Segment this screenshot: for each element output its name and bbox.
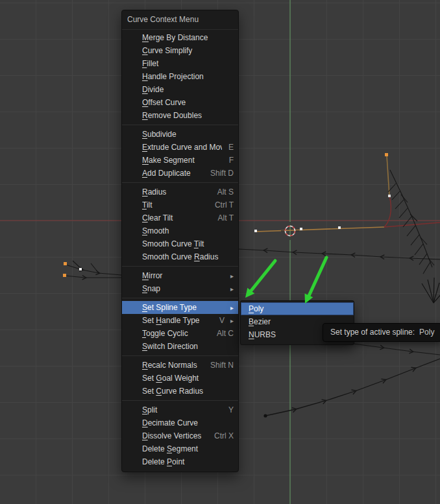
curve-upper-line — [239, 249, 440, 259]
menu-item-label: Handle Projection — [142, 72, 234, 81]
menu-item-merge-by-distance[interactable]: Merge By Distance — [122, 31, 238, 44]
menu-item-extrude-curve-and-move[interactable]: Extrude Curve and Move E — [122, 141, 238, 154]
menu-item-shortcut: Ctrl T — [215, 200, 234, 210]
tooltip: Set type of active spline:Poly — [323, 323, 440, 342]
menu-item-dissolve-vertices[interactable]: Dissolve Vertices Ctrl X — [122, 429, 238, 442]
control-point-orange[interactable] — [385, 153, 388, 156]
menu-item-clear-tilt[interactable]: Clear Tilt Alt T — [122, 211, 238, 224]
submenu-arrow-icon: ▸ — [228, 304, 234, 311]
menu-item-shortcut: Ctrl X — [214, 431, 234, 440]
menu-item-split[interactable]: Split Y — [122, 403, 238, 416]
menu-item-set-goal-weight[interactable]: Set Goal Weight — [122, 372, 238, 385]
menu-item-label: Dissolve Vertices — [142, 431, 208, 440]
menu-item-label: Smooth Curve Radius — [142, 252, 234, 261]
menu-item-label: Divide — [142, 85, 234, 94]
menu-separator — [122, 125, 238, 125]
menu-item-label: Merge By Distance — [142, 33, 234, 42]
menu-item-label: Switch Direction — [142, 342, 234, 351]
menu-item-label: Smooth — [142, 226, 234, 235]
menu-item-delete-segment[interactable]: Delete Segment — [122, 442, 238, 455]
menu-item-make-segment[interactable]: Make Segment F — [122, 154, 238, 167]
menu-item-label: Delete Point — [142, 457, 234, 466]
submenu-arrow-icon: ▸ — [228, 285, 234, 293]
menu-item-mirror[interactable]: Mirror ▸ — [122, 269, 238, 282]
control-point-orange[interactable] — [64, 262, 67, 265]
control-point-white[interactable] — [300, 228, 302, 230]
submenu-arrow-icon: ▸ — [228, 317, 234, 324]
menu-item-label: Recalc Normals — [142, 361, 204, 370]
menu-title: Curve Context Menu — [122, 10, 238, 30]
menu-separator — [122, 355, 238, 356]
menu-item-shortcut: F — [229, 156, 234, 165]
menu-item-smooth-curve-radius[interactable]: Smooth Curve Radius — [122, 250, 238, 263]
menu-item-label: Radius — [142, 187, 211, 197]
menu-item-radius[interactable]: Radius Alt S — [122, 186, 238, 198]
menu-item-label: Make Segment — [142, 156, 223, 165]
menu-item-remove-doubles[interactable]: Remove Doubles — [122, 109, 238, 122]
menu-separator — [122, 298, 238, 298]
menu-item-set-handle-type[interactable]: Set Handle Type V ▸ — [122, 314, 238, 327]
menu-item-label: Clear Tilt — [142, 213, 212, 222]
menu-item-label: Toggle Cyclic — [142, 329, 210, 338]
menu-item-offset-curve[interactable]: Offset Curve — [122, 96, 238, 109]
menu-item-shortcut: Y — [228, 405, 234, 414]
menu-item-shortcut: V — [219, 316, 225, 325]
menu-item-label: Delete Segment — [142, 444, 234, 453]
menu-item-label: Set Curve Radius — [142, 387, 234, 396]
menu-item-shortcut: Alt S — [217, 187, 234, 197]
menu-item-label: Subdivide — [142, 130, 234, 139]
menu-item-label: Split — [142, 405, 222, 414]
menu-item-recalc-normals[interactable]: Recalc Normals Shift N — [122, 359, 238, 372]
menu-item-curve-simplify[interactable]: Curve Simplify — [122, 44, 238, 57]
menu-item-label: Set Goal Weight — [142, 374, 234, 383]
menu-item-subdivide[interactable]: Subdivide — [122, 128, 238, 141]
menu-item-toggle-cyclic[interactable]: Toggle Cyclic Alt C — [122, 327, 238, 340]
menu-body: Merge By Distance Curve Simplify Fillet … — [122, 30, 238, 472]
tooltip-value: Poly — [419, 328, 434, 337]
menu-item-add-duplicate[interactable]: Add Duplicate Shift D — [122, 167, 238, 180]
control-point-white[interactable] — [254, 230, 257, 232]
menu-item-fillet[interactable]: Fillet — [122, 57, 238, 70]
submenu-arrow-icon: ▸ — [228, 272, 234, 280]
menu-separator — [122, 182, 238, 183]
menu-item-label: Snap — [142, 284, 225, 293]
curve-context-menu: Curve Context Menu Merge By Distance Cur… — [121, 10, 239, 472]
tooltip-text: Set type of active spline: — [330, 328, 415, 337]
menu-item-label: Set Spline Type — [142, 303, 225, 312]
menu-item-label: Decimate Curve — [142, 418, 234, 427]
menu-item-label: Tilt — [142, 200, 208, 210]
menu-item-set-spline-type[interactable]: Set Spline Type ▸ — [122, 301, 238, 314]
menu-item-switch-direction[interactable]: Switch Direction — [122, 340, 238, 353]
menu-item-shortcut: Alt T — [218, 213, 234, 222]
menu-item-shortcut: E — [228, 143, 234, 152]
menu-item-handle-projection[interactable]: Handle Projection — [122, 70, 238, 83]
menu-item-label: Offset Curve — [142, 98, 234, 107]
menu-item-label: Remove Doubles — [142, 111, 234, 120]
menu-item-label: Fillet — [142, 59, 234, 68]
menu-item-label: Set Handle Type — [142, 316, 213, 325]
menu-item-smooth-curve-tilt[interactable]: Smooth Curve Tilt — [122, 237, 238, 250]
menu-item-label: Add Duplicate — [142, 169, 204, 178]
curve-left-twig — [63, 261, 121, 278]
control-point-orange[interactable] — [63, 274, 66, 277]
menu-item-label: Poly — [249, 304, 348, 313]
menu-item-shortcut: Shift N — [210, 361, 234, 370]
curve-mid-right — [354, 344, 440, 355]
control-point-white[interactable] — [79, 268, 82, 270]
menu-item-label: Smooth Curve Tilt — [142, 239, 234, 248]
control-point-white[interactable] — [388, 195, 391, 197]
submenu-item-poly[interactable]: Poly — [241, 302, 354, 315]
menu-separator — [122, 266, 238, 267]
menu-item-snap[interactable]: Snap ▸ — [122, 282, 238, 295]
menu-item-set-curve-radius[interactable]: Set Curve Radius — [122, 385, 238, 398]
menu-item-label: Mirror — [142, 271, 225, 280]
menu-item-smooth[interactable]: Smooth — [122, 224, 238, 237]
curve-fir-tuft — [422, 278, 440, 303]
menu-item-shortcut: Alt C — [217, 329, 234, 338]
menu-item-label: Curve Simplify — [142, 46, 234, 55]
menu-item-delete-point[interactable]: Delete Point — [122, 455, 238, 468]
menu-item-divide[interactable]: Divide — [122, 83, 238, 96]
menu-item-tilt[interactable]: Tilt Ctrl T — [122, 198, 238, 211]
control-point-white[interactable] — [338, 226, 341, 229]
menu-item-decimate-curve[interactable]: Decimate Curve — [122, 416, 238, 429]
